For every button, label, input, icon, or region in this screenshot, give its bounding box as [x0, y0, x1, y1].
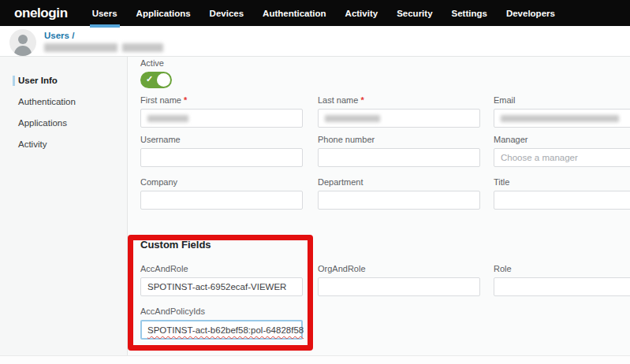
page-header: Users /	[0, 26, 630, 57]
nav-item-devices[interactable]: Devices	[200, 0, 253, 26]
sidebar-item-label: User Info	[18, 76, 58, 85]
sidebar-item-user-info[interactable]: User Info	[0, 70, 127, 91]
nav-menu: Users Applications Devices Authenticatio…	[83, 0, 565, 26]
role-label: Role	[494, 264, 630, 274]
nav-item-activity[interactable]: Activity	[336, 0, 388, 26]
redacted-value	[501, 115, 619, 122]
sidebar-item-label: Activity	[18, 139, 47, 149]
user-name-redacted	[44, 43, 163, 52]
active-field-group: Active ✓	[140, 58, 303, 88]
sidebar-item-label: Authentication	[18, 97, 76, 106]
organdrole-label: OrgAndRole	[318, 264, 480, 274]
nav-item-users[interactable]: Users	[83, 0, 127, 26]
last-name-label: Last name*	[318, 95, 480, 106]
redacted-text-block	[44, 43, 117, 52]
breadcrumb-users-link[interactable]: Users /	[44, 31, 74, 40]
accandpolicyids-input[interactable]: SPOTINST-act-b62bef58:pol-64828f58	[140, 320, 303, 340]
nav-item-settings[interactable]: Settings	[442, 0, 497, 26]
sidebar-item-applications[interactable]: Applications	[0, 113, 127, 134]
manager-label: Manager	[494, 135, 630, 145]
phone-number-label: Phone number	[318, 135, 480, 145]
nav-item-developers[interactable]: Developers	[497, 0, 565, 26]
manager-field-group: Manager	[494, 135, 630, 167]
role-input[interactable]	[494, 277, 630, 296]
nav-item-label: Applications	[136, 9, 191, 18]
username-input[interactable]	[140, 148, 303, 167]
nav-item-authentication[interactable]: Authentication	[253, 0, 336, 26]
active-label: Active	[140, 58, 303, 69]
nav-item-label: Authentication	[263, 9, 326, 18]
first-name-field-group: First name*	[140, 95, 303, 128]
nav-item-label: Security	[397, 9, 432, 18]
accandrole-label: AccAndRole	[140, 264, 303, 274]
redacted-value	[325, 115, 380, 122]
accandrole-field-group: AccAndRole	[140, 264, 303, 296]
last-name-field-group: Last name*	[318, 95, 480, 128]
required-marker: *	[360, 95, 363, 105]
manager-input[interactable]	[494, 148, 630, 167]
sidebar-item-label: Applications	[18, 118, 67, 128]
user-avatar-icon	[9, 29, 36, 56]
avatar-head-shape	[18, 35, 28, 44]
username-field-group: Username	[140, 135, 303, 167]
first-name-label: First name*	[140, 95, 303, 106]
title-field-group: Title	[494, 177, 630, 210]
accandpolicyids-label: AccAndPolicyIds	[140, 306, 303, 317]
department-label: Department	[318, 177, 480, 188]
check-icon: ✓	[146, 74, 153, 84]
accandpolicyids-value: SPOTINST-act-b62bef58:pol-64828f58	[147, 325, 304, 335]
onelogin-logo: onelogin	[14, 6, 68, 21]
redacted-value	[147, 115, 188, 122]
sidebar-item-activity[interactable]: Activity	[0, 134, 127, 155]
nav-item-label: Devices	[210, 9, 244, 18]
nav-item-applications[interactable]: Applications	[127, 0, 200, 26]
sidebar-item-authentication[interactable]: Authentication	[0, 91, 127, 113]
title-label: Title	[494, 177, 630, 188]
organdrole-field-group: OrgAndRole	[318, 264, 480, 296]
organdrole-input[interactable]	[318, 277, 480, 296]
user-info-form: Active ✓ First name* Last name* Email Us…	[128, 57, 630, 364]
accandpolicyids-field-group: AccAndPolicyIds SPOTINST-act-b62bef58:po…	[140, 306, 303, 340]
active-toggle[interactable]: ✓	[140, 72, 172, 88]
department-input[interactable]	[318, 191, 480, 210]
email-input[interactable]	[494, 109, 630, 128]
company-field-group: Company	[140, 177, 303, 210]
toggle-knob	[157, 73, 170, 87]
nav-item-label: Developers	[506, 9, 555, 18]
department-field-group: Department	[318, 177, 480, 210]
company-input[interactable]	[140, 191, 303, 210]
active-item-indicator	[13, 76, 15, 86]
custom-fields-heading: Custom Fields	[140, 239, 211, 251]
phone-field-group: Phone number	[318, 135, 480, 167]
sidebar-nav: User Info Authentication Applications Ac…	[0, 57, 127, 155]
role-field-group: Role	[494, 264, 630, 296]
nav-item-label: Settings	[452, 9, 487, 18]
label-text: First name	[140, 95, 181, 105]
label-text: Last name	[318, 95, 358, 105]
redacted-text-block	[122, 43, 163, 52]
nav-item-label: Users	[92, 9, 117, 18]
accandrole-input[interactable]	[140, 277, 303, 296]
company-label: Company	[140, 177, 303, 188]
top-nav: onelogin Users Applications Devices Auth…	[0, 0, 630, 26]
avatar-shoulders-shape	[14, 46, 32, 56]
active-tab-underline	[90, 24, 120, 28]
username-label: Username	[140, 135, 303, 145]
nav-item-security[interactable]: Security	[387, 0, 442, 26]
title-input[interactable]	[494, 191, 630, 210]
last-name-input[interactable]	[318, 109, 480, 128]
nav-item-label: Activity	[345, 9, 378, 18]
email-field-group: Email	[494, 95, 630, 128]
phone-number-input[interactable]	[318, 148, 480, 167]
required-marker: *	[184, 95, 187, 105]
first-name-input[interactable]	[140, 109, 303, 128]
bottom-edge-strip	[0, 355, 630, 364]
email-label: Email	[494, 95, 630, 106]
sidebar: User Info Authentication Applications Ac…	[0, 57, 128, 364]
